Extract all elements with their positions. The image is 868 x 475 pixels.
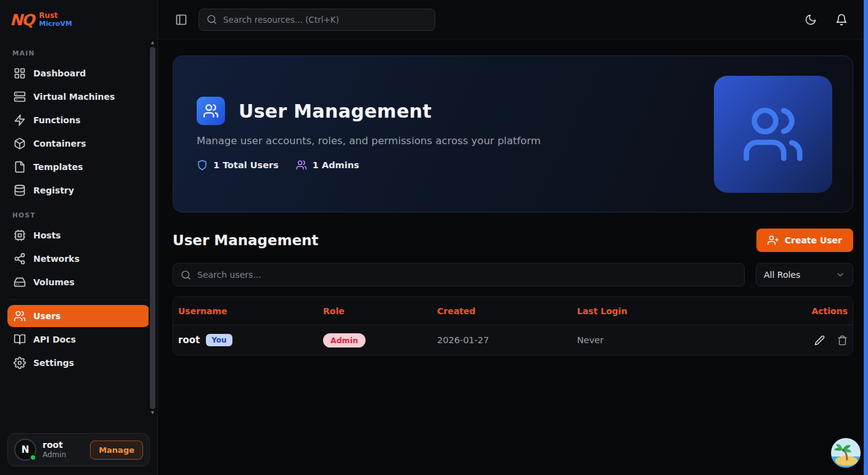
global-search-input[interactable] [223, 15, 427, 25]
app-window: NQ Rust MicroVM MAIN Dashboard Virtual M… [0, 0, 868, 475]
dark-mode-moon-icon[interactable] [805, 14, 817, 26]
last-login-cell: Never [577, 335, 792, 345]
users-icon [741, 102, 805, 166]
search-icon [207, 14, 217, 25]
topbar [158, 0, 868, 39]
sidebar-item-settings[interactable]: Settings [7, 352, 150, 374]
sidebar-item-functions[interactable]: Functions [7, 109, 150, 131]
create-user-button[interactable]: Create User [756, 229, 853, 252]
column-header-last-login: Last Login [577, 306, 792, 316]
brand-logo: NQ [10, 11, 33, 29]
sidebar-item-label: Users [33, 311, 60, 321]
book-open-icon [14, 333, 26, 346]
page-title: User Management [173, 232, 319, 248]
sidebar-item-networks[interactable]: Networks [7, 248, 150, 270]
brand-name-top: Rust [39, 12, 72, 20]
sidebar-item-registry[interactable]: Registry [7, 179, 150, 201]
online-status-dot [30, 454, 36, 461]
sidebar-item-dashboard[interactable]: Dashboard [7, 62, 150, 84]
notifications-bell-icon[interactable] [835, 14, 848, 26]
sidebar-item-containers[interactable]: Containers [7, 132, 150, 155]
sidebar-item-label: Virtual Machines [33, 92, 115, 102]
users-icon [296, 160, 307, 171]
column-header-created: Created [437, 306, 577, 316]
create-user-label: Create User [785, 235, 842, 245]
sidebar-item-templates[interactable]: Templates [7, 156, 150, 178]
scrollbar-thumb[interactable] [150, 47, 155, 409]
brand-name-bottom: MicroVM [39, 20, 72, 28]
manage-account-button[interactable]: Manage [90, 440, 143, 460]
sidebar-divider [10, 299, 147, 300]
user-search-input[interactable] [197, 270, 737, 280]
total-users-text: 1 Total Users [213, 160, 279, 170]
database-icon [14, 184, 26, 197]
package-icon [14, 137, 26, 150]
sidebar-scrollbar[interactable]: ▲ ▼ [149, 39, 157, 416]
sidebar-item-label: Functions [33, 115, 81, 125]
hero-title: User Management [239, 100, 432, 122]
page-content: User Management Manage user accounts, ro… [158, 39, 868, 475]
username-text: root [178, 335, 200, 346]
gear-icon [14, 357, 26, 369]
server-icon [14, 91, 26, 103]
total-users-stat: 1 Total Users [197, 160, 279, 171]
actions-cell [792, 335, 848, 346]
delete-user-button[interactable] [837, 335, 848, 346]
column-header-username: Username [178, 306, 323, 316]
main-area: User Management Manage user accounts, ro… [158, 0, 868, 475]
users-icon [14, 310, 26, 322]
username-cell: root You [178, 334, 323, 346]
topbar-actions [805, 14, 848, 26]
column-header-role: Role [323, 306, 437, 316]
admins-text: 1 Admins [313, 160, 359, 170]
sidebar-item-label: Networks [33, 254, 80, 264]
scroll-up-arrow-icon[interactable]: ▲ [151, 40, 154, 46]
current-user-info: root Admin [43, 440, 66, 460]
sidebar-item-users[interactable]: Users [7, 305, 150, 327]
created-cell: 2026-01-27 [437, 335, 577, 345]
table-row: root You Admin 2026-01-27 Never [173, 325, 853, 355]
sidebar-item-api-docs[interactable]: API Docs [7, 328, 150, 351]
role-cell: Admin [323, 333, 437, 347]
nav-section-label-main: MAIN [0, 41, 157, 61]
sidebar-item-label: Volumes [33, 277, 75, 287]
sidebar-item-hosts[interactable]: Hosts [7, 224, 150, 246]
sidebar-toggle-icon[interactable] [175, 14, 187, 26]
brand-name: Rust MicroVM [39, 12, 72, 28]
lightning-icon [14, 114, 26, 126]
hero-banner: User Management Manage user accounts, ro… [173, 55, 853, 213]
scroll-down-arrow-icon[interactable]: ▼ [151, 410, 154, 416]
avatar: N [14, 439, 36, 461]
current-user-card: N root Admin Manage [7, 433, 150, 466]
beach-widget-button[interactable] [831, 438, 861, 468]
roles-filter-value: All Roles [764, 270, 800, 280]
nav-section-label-host: HOST [0, 203, 157, 223]
user-search-box[interactable] [173, 263, 745, 286]
edit-user-button[interactable] [814, 335, 825, 346]
current-user-name: root [43, 440, 66, 451]
sidebar-item-virtual-machines[interactable]: Virtual Machines [7, 86, 150, 108]
sidebar-item-volumes[interactable]: Volumes [7, 271, 150, 293]
global-search-box[interactable] [199, 9, 435, 31]
sidebar-nav: MAIN Dashboard Virtual Machines Function… [0, 39, 157, 427]
you-badge: You [206, 334, 232, 346]
sidebar: NQ Rust MicroVM MAIN Dashboard Virtual M… [0, 0, 158, 475]
roles-filter-select[interactable]: All Roles [756, 263, 853, 286]
file-code-icon [14, 161, 26, 173]
sidebar-footer: N root Admin Manage [0, 427, 157, 475]
hard-drive-icon [14, 276, 26, 288]
sidebar-item-label: Templates [33, 162, 83, 172]
current-user-role: Admin [43, 450, 66, 460]
shield-icon [197, 160, 208, 171]
hero-icon-box [197, 97, 225, 125]
window-scrollbar[interactable] [864, 0, 868, 475]
sidebar-item-label: Containers [33, 139, 86, 148]
sidebar-item-label: Hosts [33, 230, 61, 240]
column-header-actions: Actions [811, 306, 848, 316]
logo-link[interactable]: NQ Rust MicroVM [0, 0, 157, 39]
avatar-initial: N [22, 444, 30, 455]
palm-island-icon [831, 438, 861, 468]
filter-row: All Roles [173, 263, 853, 286]
sidebar-item-label: Settings [33, 358, 74, 368]
admin-role-badge: Admin [323, 333, 366, 347]
